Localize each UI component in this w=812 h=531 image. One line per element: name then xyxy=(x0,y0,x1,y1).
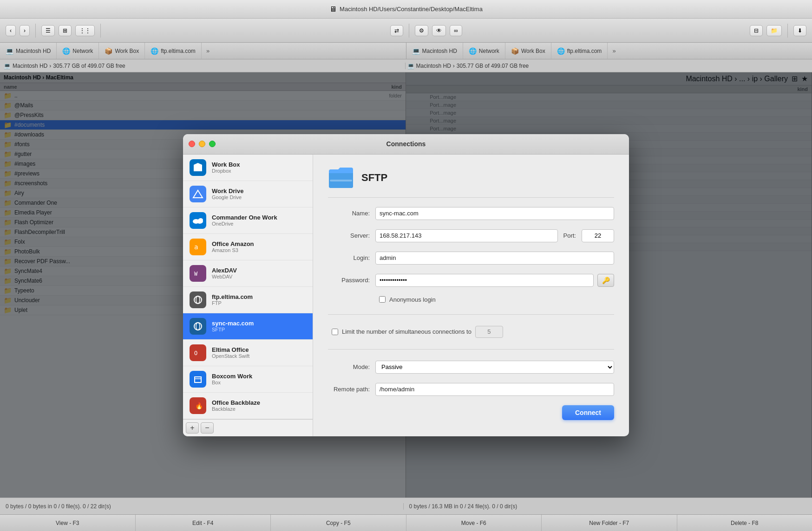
close-button[interactable] xyxy=(189,141,195,147)
sftp-header: SFTP xyxy=(328,166,614,198)
sidebar-item-name: Commander One Work xyxy=(212,214,277,221)
back-button[interactable]: ‹ xyxy=(6,25,16,36)
main-content: Macintosh HD › MacEltima name kind 📁..fo… xyxy=(0,72,812,498)
tab-macintosh-hd-right[interactable]: 💻 Macintosh HD xyxy=(406,43,463,59)
name-input[interactable] xyxy=(375,207,614,220)
delete-f8-button[interactable]: Delete - F8 xyxy=(677,515,812,531)
sidebar-item-alexdav[interactable]: W AlexDAV WebDAV xyxy=(183,260,313,287)
modal-titlebar: Connections xyxy=(183,134,629,155)
tab-macintosh-hd-left[interactable]: 💻 Macintosh HD xyxy=(0,43,57,59)
status-left: 0 bytes / 0 bytes in 0 / 0 file(s). 0 / … xyxy=(6,503,404,510)
tab-network-right[interactable]: 🌐 Network xyxy=(463,43,505,59)
tab-overflow-left[interactable]: » xyxy=(202,43,214,59)
sidebar-item-text: Commander One Work OneDrive xyxy=(212,214,277,227)
password-row: Password: 🔑 xyxy=(328,274,614,287)
eye-button[interactable]: 👁 xyxy=(432,25,446,36)
connections-sidebar: Work Box Dropbox Work Drive Google D xyxy=(183,155,313,436)
move-f6-button[interactable]: Move - F6 xyxy=(406,515,542,531)
macintosh-icon: 💻 xyxy=(6,47,13,55)
sidebar-item-workdrive[interactable]: Work Drive Google Drive xyxy=(183,181,313,207)
tab-ftp-left[interactable]: 🌐 ftp.eltima.com xyxy=(145,43,202,59)
sidebar-item-officeamazon[interactable]: a Office Amazon Amazon S3 xyxy=(183,234,313,260)
view-list-button[interactable]: ☰ xyxy=(41,25,55,36)
network-icon-r: 🌐 xyxy=(469,47,477,55)
pathbar-left: 💻 Macintosh HD › 305.77 GB of 499.07 GB … xyxy=(4,63,406,69)
newfolder-f7-button[interactable]: New Folder - F7 xyxy=(542,515,677,531)
svg-point-6 xyxy=(194,296,202,304)
sidebar-item-eltimaoffice[interactable]: O Eltima Office OpenStack Swift xyxy=(183,340,313,366)
key-button[interactable]: 🔑 xyxy=(597,274,614,287)
view-f3-button[interactable]: View - F3 xyxy=(0,515,136,531)
name-label: Name: xyxy=(328,210,370,217)
network-icon: 🌐 xyxy=(62,47,70,55)
maximize-button[interactable] xyxy=(209,141,216,147)
copy-f5-button[interactable]: Copy - F5 xyxy=(271,515,406,531)
connect-button[interactable]: Connect xyxy=(562,405,614,420)
anonymous-label: Anonymous login xyxy=(389,296,436,303)
sidebar-item-sub: Dropbox xyxy=(212,168,240,174)
pathbar-right-icon: 💻 xyxy=(407,63,414,69)
sidebar-item-name: Work Box xyxy=(212,161,240,168)
sidebar-item-name: AlexDAV xyxy=(212,267,237,274)
anonymous-checkbox[interactable] xyxy=(379,296,386,303)
openstack-icon: O xyxy=(190,344,206,361)
titlebar: 🖥 Macintosh HD/Users/Constantine/Desktop… xyxy=(0,0,812,19)
sidebar-item-sub: SFTP xyxy=(212,327,254,332)
tab-network-left[interactable]: 🌐 Network xyxy=(57,43,99,59)
pathbar-left-drive: Macintosh HD xyxy=(13,63,47,69)
amazons3-icon: a xyxy=(190,239,206,255)
sidebar-item-officebackblaze[interactable]: 🔥 Office Backblaze Backblaze xyxy=(183,393,313,419)
minimize-button[interactable] xyxy=(199,141,205,147)
login-input[interactable] xyxy=(375,252,614,265)
server-port-group: Port: xyxy=(375,229,614,242)
mode-select[interactable]: Passive Active xyxy=(375,361,614,374)
svg-text:a: a xyxy=(194,243,198,251)
sidebar-item-sub: Amazon S3 xyxy=(212,247,254,253)
server-input[interactable] xyxy=(375,229,558,242)
tabbar: 💻 Macintosh HD 🌐 Network 📦 Work Box 🌐 ft… xyxy=(0,43,812,59)
tab-overflow-right[interactable]: » xyxy=(608,43,620,59)
sidebar-item-boxcomwork[interactable]: Boxcom Work Box xyxy=(183,366,313,393)
panel-button[interactable]: ⊟ xyxy=(750,25,763,36)
svg-rect-11 xyxy=(195,377,201,382)
sidebar-item-ftpeltima[interactable]: ftp.eltima.com FTP xyxy=(183,287,313,313)
sidebar-item-commanderonework[interactable]: Commander One Work OneDrive xyxy=(183,207,313,234)
tab-workbox-right[interactable]: 📦 Work Box xyxy=(505,43,551,59)
mode-row: Mode: Passive Active xyxy=(328,361,614,374)
remove-connection-button[interactable]: − xyxy=(201,422,214,434)
sync-button[interactable]: ⇄ xyxy=(390,25,403,36)
workbox-icon xyxy=(190,159,206,176)
view-columns-button[interactable]: ⋮⋮ xyxy=(75,25,95,36)
svg-point-9 xyxy=(196,323,200,330)
edit-f4-button[interactable]: Edit - F4 xyxy=(136,515,271,531)
download-button[interactable]: ⬇ xyxy=(793,25,806,36)
sidebar-item-sub: Backblaze xyxy=(212,406,260,412)
backblaze-icon: 🔥 xyxy=(190,397,206,414)
webdav-icon: W xyxy=(190,265,206,282)
forward-button[interactable]: › xyxy=(20,25,30,36)
tab-label: ftp.eltima.com xyxy=(161,48,196,54)
view-grid-button[interactable]: ⊞ xyxy=(59,25,72,36)
sidebar-item-name: Work Drive xyxy=(212,188,243,194)
tab-ftp-right[interactable]: 🌐 ftp.eltima.com xyxy=(551,43,608,59)
sidebar-item-workbox[interactable]: Work Box Dropbox xyxy=(183,155,313,181)
add-connection-button[interactable]: + xyxy=(186,422,199,434)
tab-workbox-left[interactable]: 📦 Work Box xyxy=(99,43,145,59)
svg-point-8 xyxy=(194,323,202,330)
sidebar-item-syncmac[interactable]: sync-mac.com SFTP xyxy=(183,313,313,340)
pathbar-right-drive: Macintosh HD xyxy=(416,63,451,69)
tab-label: Network xyxy=(72,48,93,54)
sidebar-item-text: Work Drive Google Drive xyxy=(212,188,243,200)
gear-button[interactable]: ⚙ xyxy=(415,25,428,36)
limit-value-input[interactable] xyxy=(475,326,503,338)
svg-rect-13 xyxy=(330,180,352,181)
folder-button[interactable]: 📁 xyxy=(766,25,782,36)
pathbar-right-info: 305.77 GB of 499.07 GB free xyxy=(457,63,529,69)
limit-checkbox[interactable] xyxy=(332,329,338,335)
port-input[interactable] xyxy=(582,229,614,242)
remote-path-input[interactable] xyxy=(375,383,614,396)
pathbar-left-icon: 💻 xyxy=(4,63,11,69)
tab-label: Macintosh HD xyxy=(422,48,457,54)
link-button[interactable]: ∞ xyxy=(450,25,462,36)
password-input[interactable] xyxy=(375,274,594,287)
